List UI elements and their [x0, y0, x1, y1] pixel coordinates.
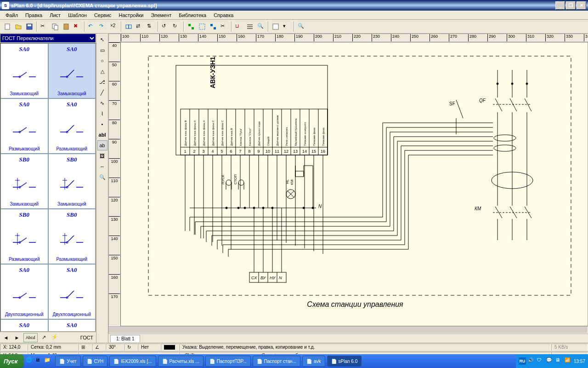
maximize-button[interactable]: ❐: [566, 1, 576, 10]
delete-button[interactable]: ✖: [72, 22, 82, 32]
circle-tool[interactable]: ○: [97, 56, 107, 66]
component-cell[interactable]: SB0 Размыкающий: [48, 209, 96, 264]
image-tool[interactable]: 🖼: [97, 151, 107, 161]
new-button[interactable]: [2, 22, 12, 32]
dropdown-button[interactable]: ▾: [282, 22, 292, 32]
color-swatch[interactable]: [161, 344, 179, 351]
component-cell[interactable]: SA0 Двухпозиционный: [0, 264, 48, 319]
lib-prev-button[interactable]: ◄: [1, 333, 11, 342]
svg-point-221: [497, 83, 498, 85]
line-tool[interactable]: ╱: [97, 87, 107, 98]
lang-indicator[interactable]: RU: [519, 357, 526, 365]
cut-button[interactable]: ✂: [39, 22, 49, 32]
taskbar-item[interactable]: 📄sPlan 6.0: [327, 356, 362, 367]
menu-file[interactable]: Файл: [2, 12, 22, 19]
pointer-tool[interactable]: ↖: [97, 34, 107, 45]
tray-icon-5[interactable]: 📶: [565, 357, 572, 365]
group-button[interactable]: [197, 22, 207, 32]
redo-button[interactable]: ↷: [98, 22, 108, 32]
start-button[interactable]: Пуск: [0, 354, 24, 368]
link-icon[interactable]: ↻: [124, 344, 138, 351]
ql-app-icon[interactable]: 📁: [44, 357, 52, 365]
undo-button[interactable]: ↶: [87, 22, 97, 32]
renumber-button[interactable]: [245, 22, 255, 32]
taskbar-item[interactable]: 📄СУН: [83, 356, 107, 367]
lib-arrow-button[interactable]: ↗: [40, 333, 49, 342]
component-cell[interactable]: SA0 Замыкающий: [0, 43, 48, 98]
print-preview-button[interactable]: 🔍: [296, 22, 306, 32]
menu-sheet[interactable]: Лист: [46, 12, 64, 19]
tray-icon-4[interactable]: 🖥: [555, 357, 563, 365]
mirror-v-button[interactable]: ⇅: [146, 22, 156, 32]
menu-service[interactable]: Сервис: [90, 12, 115, 19]
paste-button[interactable]: [61, 22, 71, 32]
windows-taskbar: Пуск 🌐 🖥 📁 📄Учет📄СУН📄IEK2009.xls [...📄Ра…: [0, 354, 588, 368]
polyline-tool[interactable]: ⎇: [97, 77, 107, 87]
save-button[interactable]: [24, 22, 34, 32]
menu-template[interactable]: Шаблон: [64, 12, 90, 19]
label-tool[interactable]: ab: [97, 140, 107, 150]
spline-tool[interactable]: ⌇: [97, 109, 107, 119]
list-button[interactable]: [271, 22, 281, 32]
taskbar-item[interactable]: 📄Расчеты.xls ...: [158, 356, 204, 367]
magnet-button[interactable]: ⊔: [234, 22, 244, 32]
close-button[interactable]: ✕: [577, 1, 586, 10]
trim-button[interactable]: ✂: [219, 22, 229, 32]
component-cell[interactable]: SB0 Размыкающий: [0, 209, 48, 264]
menu-edit[interactable]: Правка: [22, 12, 46, 19]
ungroup-button[interactable]: [208, 22, 218, 32]
ql-desktop-icon[interactable]: 🖥: [35, 357, 43, 365]
library-select[interactable]: ГОСТ Переключатели: [0, 34, 96, 43]
polygon-tool[interactable]: △: [97, 66, 107, 76]
tray-icon-3[interactable]: 💬: [546, 357, 554, 365]
search-button[interactable]: 🔍: [256, 22, 266, 32]
tray-icon-2[interactable]: 🛡: [537, 357, 544, 365]
ql-ie-icon[interactable]: 🌐: [26, 357, 34, 365]
drawing-canvas[interactable]: АВК-УЗН1 1Датчик тока фазы B2Датчик тока…: [120, 42, 588, 326]
taskbar-item[interactable]: 📄IEK2009.xls [...: [109, 356, 156, 367]
zoom-tool[interactable]: 🔍: [97, 172, 107, 182]
component-cell[interactable]: SB0 Замыкающий: [0, 154, 48, 209]
component-cell[interactable]: SA0 Замыкающий: [48, 43, 96, 98]
svg-point-150: [238, 180, 244, 185]
menu-help[interactable]: Справка: [210, 12, 237, 19]
svg-text:Общий: Общий: [267, 137, 270, 146]
duplicate-button[interactable]: [124, 22, 134, 32]
menu-element[interactable]: Элемент: [147, 12, 175, 19]
mirror-h-button[interactable]: ⇄: [135, 22, 145, 32]
svg-point-146: [226, 180, 232, 185]
dimension-tool[interactable]: ↔: [97, 161, 107, 172]
rotate-right-button[interactable]: ↻: [171, 22, 181, 32]
minimize-button[interactable]: _: [555, 1, 565, 10]
sheet-tab-1[interactable]: 1: Blatt 1: [110, 335, 140, 342]
node-tool[interactable]: •: [97, 119, 107, 129]
component-cell[interactable]: SA0 Размыкающий: [0, 98, 48, 154]
lib-abcd-button[interactable]: Abcd: [23, 333, 38, 342]
copy-button[interactable]: [50, 22, 60, 32]
lib-next-button[interactable]: ►: [12, 333, 22, 342]
angle-icon[interactable]: ∠: [92, 344, 106, 351]
library-toolbar: ◄ ► Abcd ↗ ⚡ ГОСТ: [0, 332, 96, 343]
tray-icon-1[interactable]: 🔊: [528, 357, 535, 365]
taskbar-item[interactable]: 📄Паспорт стан...: [253, 356, 300, 367]
grid-icon[interactable]: ⊞: [78, 344, 92, 351]
align-button[interactable]: [186, 22, 196, 32]
rect-tool[interactable]: ▭: [97, 45, 107, 55]
component-cell[interactable]: SA0: [48, 319, 96, 332]
component-cell[interactable]: SA0 Двухпозиционный: [48, 264, 96, 319]
lib-bolt-button[interactable]: ⚡: [51, 333, 60, 342]
x2-button[interactable]: ×2: [109, 22, 119, 32]
horizontal-scrollbar[interactable]: [108, 326, 588, 334]
taskbar-item[interactable]: 📄ПаспортПЗР...: [205, 356, 251, 367]
component-cell[interactable]: SA0 Размыкающий: [48, 98, 96, 154]
bezier-tool[interactable]: ∿: [97, 98, 107, 108]
text-tool[interactable]: abI: [97, 130, 107, 140]
open-button[interactable]: [13, 22, 23, 32]
taskbar-item[interactable]: 📄Учет: [55, 356, 80, 367]
menu-library[interactable]: Библиотека: [175, 12, 210, 19]
component-cell[interactable]: SB0 Замыкающий: [48, 154, 96, 209]
rotate-left-button[interactable]: ↺: [160, 22, 170, 32]
component-cell[interactable]: SA0: [0, 319, 48, 332]
menu-settings[interactable]: Настройки: [115, 12, 147, 19]
taskbar-item[interactable]: 📄avk: [302, 356, 325, 367]
